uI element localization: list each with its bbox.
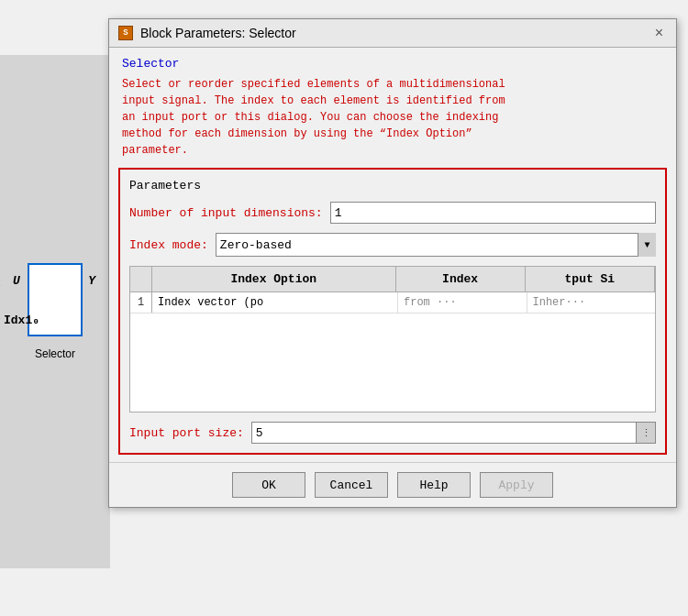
index-mode-label: Index mode: xyxy=(129,238,208,252)
description-area: Selector Select or reorder specified ele… xyxy=(109,48,676,168)
block-label-u: U xyxy=(13,274,20,288)
table-header: Index Option Index tput Si xyxy=(130,267,655,292)
block-icon: S xyxy=(118,26,133,40)
block-label-y: Y xyxy=(88,274,95,288)
td-tput-si[interactable]: Inher··· xyxy=(527,292,656,313)
button-row: OK Cancel Help Apply xyxy=(109,462,676,507)
window-title: Block Parameters: Selector xyxy=(140,26,296,40)
th-index-option: Index Option xyxy=(152,267,396,292)
parameters-box: Parameters Number of input dimensions: I… xyxy=(118,168,667,455)
apply-button[interactable]: Apply xyxy=(480,472,553,498)
table-row: 1 Index vector (po from ··· Inher··· xyxy=(130,292,655,314)
num-dimensions-input[interactable] xyxy=(330,202,656,224)
td-index[interactable]: from ··· xyxy=(398,292,527,313)
titlebar-left: S Block Parameters: Selector xyxy=(118,26,296,40)
input-port-label: Input port size: xyxy=(129,426,244,440)
th-tput-si: tput Si xyxy=(526,267,655,292)
num-dimensions-label: Number of input dimensions: xyxy=(129,206,323,220)
ok-button[interactable]: OK xyxy=(232,472,305,498)
num-dimensions-row: Number of input dimensions: xyxy=(129,202,656,224)
input-port-input-wrapper: ⋮ xyxy=(251,422,656,444)
desc-section-title: Selector xyxy=(122,57,663,71)
close-button[interactable]: × xyxy=(651,25,667,41)
th-num xyxy=(130,267,152,292)
table-empty-area xyxy=(130,314,655,405)
selector-block: U Y Idx1₀ xyxy=(28,263,83,336)
block-name: Selector xyxy=(35,347,75,360)
dialog-window: S Block Parameters: Selector × Selector … xyxy=(108,18,677,508)
input-port-menu-btn[interactable]: ⋮ xyxy=(636,422,656,444)
help-button[interactable]: Help xyxy=(397,472,471,498)
index-mode-select-wrapper: Zero-based One-based ▼ xyxy=(216,233,656,257)
index-table: Index Option Index tput Si 1 Index vecto… xyxy=(129,266,656,412)
simulink-canvas: ▶ ▶ U Y Idx1₀ Selector xyxy=(0,55,110,568)
block-label-idx: Idx1₀ xyxy=(4,313,39,327)
index-mode-row: Index mode: Zero-based One-based ▼ xyxy=(129,233,656,257)
input-port-row: Input port size: ⋮ xyxy=(129,422,656,444)
input-port-input[interactable] xyxy=(251,422,656,444)
titlebar: S Block Parameters: Selector × xyxy=(109,19,676,48)
block-container: ▶ ▶ U Y Idx1₀ Selector xyxy=(28,263,83,360)
desc-text: Select or reorder specified elements of … xyxy=(122,76,663,159)
th-index: Index xyxy=(396,267,526,292)
index-mode-select[interactable]: Zero-based One-based xyxy=(216,233,656,257)
td-row-num: 1 xyxy=(130,292,152,313)
td-index-option[interactable]: Index vector (po xyxy=(152,292,398,313)
params-section-title: Parameters xyxy=(129,179,656,192)
cancel-button[interactable]: Cancel xyxy=(315,472,388,498)
